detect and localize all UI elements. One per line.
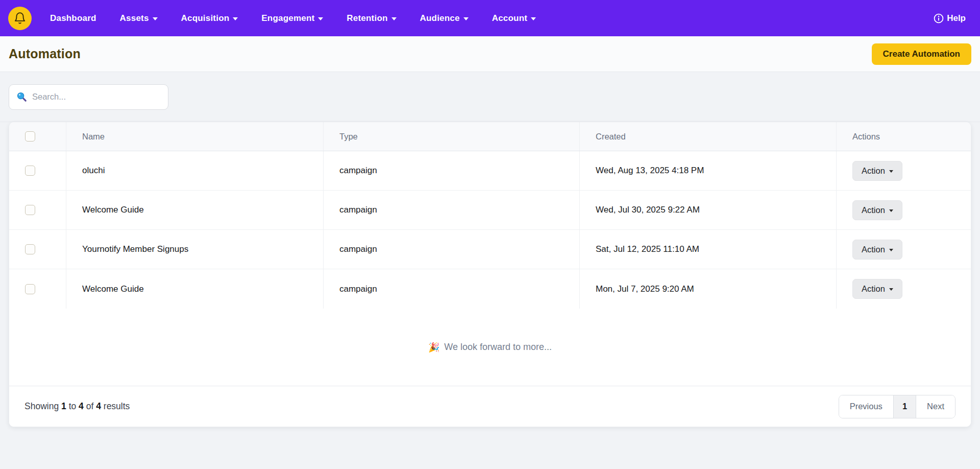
checkbox-cell [9,230,66,269]
select-all-cell [9,122,66,151]
nav-item-dashboard[interactable]: Dashboard [50,13,96,24]
table-header-row: Name Type Created Actions [9,122,971,151]
create-automation-button[interactable]: Create Automation [872,43,971,65]
table-row: Yournotify Member Signups campaign Sat, … [9,230,971,269]
name-cell: Welcome Guide [66,269,324,309]
nav-item-label: Retention [347,13,387,24]
party-popper-icon: 🎉 [428,342,439,353]
action-button-label: Action [862,166,885,176]
select-all-checkbox[interactable] [25,131,35,142]
actions-cell: Action [837,151,971,190]
chevron-down-icon [889,288,893,291]
name-cell: Yournotify Member Signups [66,230,324,269]
chevron-down-icon [233,17,238,20]
top-navbar: Dashboard Assets Acquisition Engagement … [0,0,980,36]
row-checkbox[interactable] [25,166,35,176]
chevron-down-icon [463,17,469,20]
help-label: Help [947,13,966,24]
chevron-down-icon [889,209,893,212]
chevron-down-icon [153,17,158,20]
help-link[interactable]: Help [934,13,966,24]
type-cell: campaign [324,230,580,269]
bell-icon [13,12,27,25]
chevron-down-icon [889,170,893,173]
search-box[interactable] [9,84,168,110]
search-icon [16,91,27,102]
action-button-label: Action [862,205,885,215]
name-cell: Welcome Guide [66,191,324,229]
summary-to: 4 [79,401,84,411]
summary-from: 1 [61,401,66,411]
page-title: Automation [9,46,81,61]
column-header-name: Name [66,122,324,151]
nav-item-engagement[interactable]: Engagement [261,13,323,24]
end-of-list-text: We look forward to more... [444,342,552,353]
chevron-down-icon [889,249,893,251]
search-input[interactable] [32,92,161,102]
type-cell: campaign [324,191,580,229]
page-header: Automation Create Automation [0,36,980,72]
row-checkbox[interactable] [25,205,35,215]
checkbox-cell [9,269,66,309]
chevron-down-icon [318,17,323,20]
nav-item-label: Audience [420,13,460,24]
column-header-actions: Actions [837,122,971,151]
chevron-down-icon [531,17,536,20]
actions-cell: Action [837,269,971,309]
created-cell: Mon, Jul 7, 2025 9:20 AM [580,269,837,309]
results-summary: Showing 1 to 4 of 4 results [24,401,130,412]
current-page-indicator[interactable]: 1 [893,395,916,418]
table-row: Welcome Guide campaign Wed, Jul 30, 2025… [9,191,971,230]
actions-cell: Action [837,191,971,229]
chevron-down-icon [391,17,397,20]
summary-text: to [69,401,77,411]
brand-logo[interactable] [8,7,32,30]
action-dropdown-button[interactable]: Action [852,240,902,260]
previous-page-button[interactable]: Previous [839,395,893,418]
automation-table-card: Name Type Created Actions oluchi campaig… [9,122,971,427]
nav-item-account[interactable]: Account [492,13,536,24]
info-icon [934,13,944,24]
row-checkbox[interactable] [25,284,35,294]
nav-menu: Dashboard Assets Acquisition Engagement … [50,13,536,24]
next-page-button[interactable]: Next [916,395,955,418]
table-footer: Showing 1 to 4 of 4 results Previous 1 N… [9,386,971,427]
nav-item-assets[interactable]: Assets [120,13,158,24]
nav-item-label: Engagement [261,13,314,24]
created-cell: Wed, Aug 13, 2025 4:18 PM [580,151,837,190]
nav-item-retention[interactable]: Retention [347,13,396,24]
nav-item-label: Acquisition [181,13,230,24]
name-cell: oluchi [66,151,324,190]
nav-item-audience[interactable]: Audience [420,13,469,24]
type-cell: campaign [324,269,580,309]
action-dropdown-button[interactable]: Action [852,279,902,299]
checkbox-cell [9,191,66,229]
created-cell: Sat, Jul 12, 2025 11:10 AM [580,230,837,269]
action-button-label: Action [862,245,885,254]
table-row: oluchi campaign Wed, Aug 13, 2025 4:18 P… [9,151,971,191]
summary-text: results [104,401,130,411]
nav-item-label: Assets [120,13,149,24]
column-header-type: Type [324,122,580,151]
column-header-created: Created [580,122,837,151]
end-of-list-message: 🎉 We look forward to more... [9,309,971,386]
actions-cell: Action [837,230,971,269]
row-checkbox[interactable] [25,244,35,254]
pagination: Previous 1 Next [839,395,955,418]
action-dropdown-button[interactable]: Action [852,200,902,220]
action-dropdown-button[interactable]: Action [852,161,902,181]
nav-item-label: Dashboard [50,13,96,24]
search-section [0,72,980,122]
table-row: Welcome Guide campaign Mon, Jul 7, 2025 … [9,269,971,309]
nav-item-label: Account [492,13,527,24]
action-button-label: Action [862,284,885,294]
type-cell: campaign [324,151,580,190]
checkbox-cell [9,151,66,190]
summary-text: Showing [24,401,59,411]
nav-item-acquisition[interactable]: Acquisition [181,13,238,24]
created-cell: Wed, Jul 30, 2025 9:22 AM [580,191,837,229]
summary-total: 4 [96,401,101,411]
summary-text: of [86,401,94,411]
